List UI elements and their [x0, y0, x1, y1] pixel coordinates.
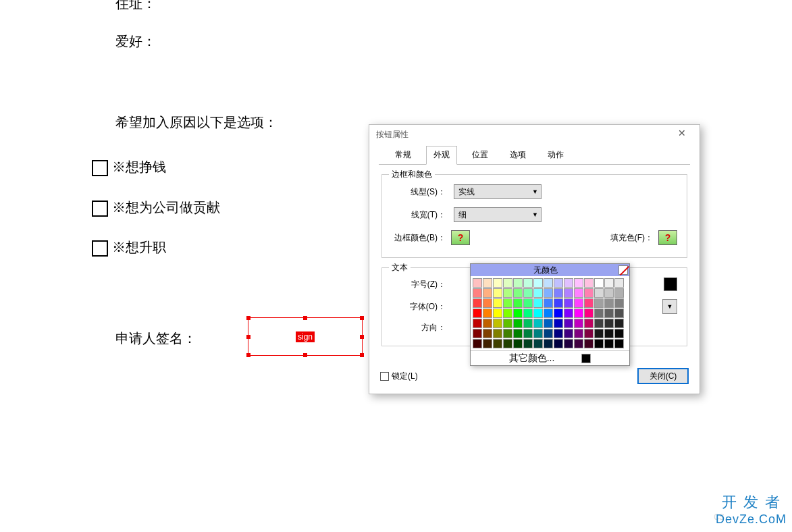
color-swatch[interactable] — [503, 329, 512, 338]
color-swatch[interactable] — [584, 288, 593, 298]
color-swatch[interactable] — [594, 329, 604, 338]
color-swatch[interactable] — [594, 339, 604, 348]
color-swatch[interactable] — [554, 309, 563, 318]
color-swatch[interactable] — [503, 298, 512, 308]
black-swatch-icon[interactable] — [581, 354, 591, 363]
signature-field[interactable]: sign — [248, 317, 363, 356]
resize-handle[interactable] — [303, 353, 307, 357]
font-combo-chevron[interactable]: ▼ — [662, 299, 677, 314]
close-button[interactable]: 关闭(C) — [637, 368, 689, 384]
border-color-button[interactable]: ? — [451, 230, 470, 245]
color-swatch[interactable] — [564, 288, 573, 298]
color-swatch[interactable] — [493, 288, 502, 298]
color-swatch[interactable] — [554, 278, 563, 288]
color-swatch[interactable] — [574, 319, 583, 328]
color-swatch[interactable] — [513, 278, 523, 288]
color-swatch[interactable] — [604, 309, 614, 318]
line-style-combo[interactable]: 实线 ▼ — [454, 184, 542, 199]
color-swatch[interactable] — [564, 319, 573, 328]
color-swatch[interactable] — [554, 298, 563, 308]
checkbox-icon[interactable] — [92, 240, 108, 257]
color-swatch[interactable] — [473, 309, 482, 318]
color-swatch[interactable] — [503, 288, 512, 298]
resize-handle[interactable] — [360, 335, 364, 339]
color-swatch[interactable] — [554, 288, 563, 298]
color-swatch[interactable] — [473, 329, 482, 338]
color-swatch[interactable] — [574, 298, 583, 308]
color-swatch[interactable] — [503, 319, 512, 328]
fill-color-button[interactable]: ? — [658, 230, 677, 245]
color-swatch[interactable] — [564, 329, 573, 338]
color-swatch[interactable] — [483, 278, 492, 288]
color-swatch[interactable] — [564, 309, 573, 318]
color-swatch[interactable] — [604, 288, 614, 298]
resize-handle[interactable] — [360, 316, 364, 320]
color-swatch[interactable] — [483, 339, 492, 348]
color-swatch[interactable] — [544, 309, 553, 318]
color-swatch[interactable] — [513, 339, 523, 348]
color-swatch[interactable] — [513, 288, 523, 298]
color-swatch[interactable] — [533, 339, 543, 348]
color-swatch[interactable] — [513, 329, 523, 338]
resize-handle[interactable] — [246, 353, 250, 357]
tab-general[interactable]: 常规 — [388, 147, 418, 164]
tab-options[interactable]: 选项 — [503, 147, 533, 164]
text-color-swatch[interactable] — [664, 277, 677, 291]
color-swatch[interactable] — [473, 319, 482, 328]
dialog-titlebar[interactable]: 按钮属性 ✕ — [369, 125, 699, 144]
color-swatch[interactable] — [483, 309, 492, 318]
color-swatch[interactable] — [544, 329, 553, 338]
color-swatch[interactable] — [533, 319, 543, 328]
color-swatch[interactable] — [493, 329, 502, 338]
color-swatch[interactable] — [473, 298, 482, 308]
resize-handle[interactable] — [360, 353, 364, 357]
color-swatch[interactable] — [554, 339, 563, 348]
color-swatch[interactable] — [493, 298, 502, 308]
color-swatch[interactable] — [533, 298, 543, 308]
color-swatch[interactable] — [614, 278, 624, 288]
color-swatch[interactable] — [483, 329, 492, 338]
color-swatch[interactable] — [584, 339, 593, 348]
color-swatch[interactable] — [574, 329, 583, 338]
color-swatch[interactable] — [473, 339, 482, 348]
color-swatch[interactable] — [533, 329, 543, 338]
color-swatch[interactable] — [493, 339, 502, 348]
color-swatch[interactable] — [513, 309, 523, 318]
color-swatch[interactable] — [544, 288, 553, 298]
color-swatch[interactable] — [493, 309, 502, 318]
color-swatch[interactable] — [564, 298, 573, 308]
color-swatch[interactable] — [513, 319, 523, 328]
color-swatch[interactable] — [564, 278, 573, 288]
tab-appearance[interactable]: 外观 — [426, 146, 457, 165]
color-swatch[interactable] — [584, 319, 593, 328]
color-swatch[interactable] — [493, 278, 502, 288]
color-swatch[interactable] — [594, 288, 604, 298]
color-swatch[interactable] — [584, 329, 593, 338]
color-swatch[interactable] — [574, 278, 583, 288]
color-picker-header[interactable]: 无颜色 — [471, 264, 629, 276]
color-swatch[interactable] — [604, 339, 614, 348]
color-swatch[interactable] — [554, 319, 563, 328]
color-swatch[interactable] — [473, 288, 482, 298]
color-swatch[interactable] — [614, 329, 624, 338]
color-swatch[interactable] — [523, 309, 533, 318]
color-swatch[interactable] — [584, 278, 593, 288]
resize-handle[interactable] — [246, 316, 250, 320]
color-swatch[interactable] — [594, 278, 604, 288]
color-swatch[interactable] — [614, 319, 624, 328]
color-swatch[interactable] — [564, 339, 573, 348]
color-swatch[interactable] — [523, 278, 533, 288]
color-swatch[interactable] — [604, 329, 614, 338]
no-color-swatch[interactable] — [618, 265, 628, 275]
color-swatch[interactable] — [503, 339, 512, 348]
tab-actions[interactable]: 动作 — [541, 147, 571, 164]
color-swatch[interactable] — [614, 288, 624, 298]
resize-handle[interactable] — [303, 316, 307, 320]
color-swatch[interactable] — [493, 319, 502, 328]
checkbox-icon[interactable] — [92, 201, 108, 217]
color-swatch[interactable] — [503, 309, 512, 318]
color-swatch[interactable] — [473, 278, 482, 288]
color-swatch[interactable] — [513, 298, 523, 308]
color-swatch[interactable] — [523, 298, 533, 308]
color-swatch[interactable] — [544, 319, 553, 328]
